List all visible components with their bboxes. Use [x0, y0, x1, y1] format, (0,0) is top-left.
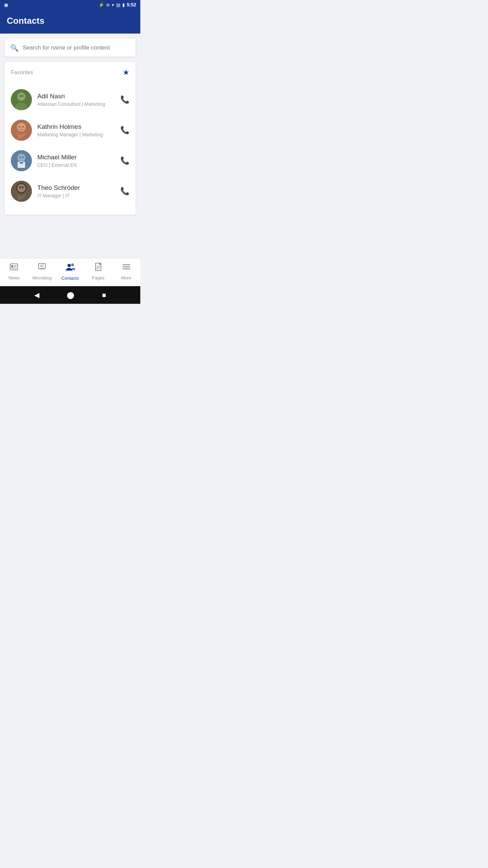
- more-icon: [122, 262, 131, 274]
- recents-button[interactable]: ■: [102, 291, 106, 299]
- page-title: Contacts: [7, 16, 44, 26]
- favorites-header: Favorites ★: [11, 68, 129, 77]
- svg-point-19: [22, 187, 24, 189]
- svg-point-7: [19, 126, 21, 128]
- pages-icon: [94, 262, 103, 274]
- android-nav: ◀ ⬤ ■: [0, 286, 140, 304]
- phone-icon-adil[interactable]: 📞: [120, 95, 129, 104]
- contact-name-theo: Theo Schröder: [37, 184, 118, 192]
- nav-item-more[interactable]: More: [112, 262, 140, 280]
- svg-point-30: [71, 263, 74, 266]
- contact-role-adil: Atlassian Consultant | Marketing: [37, 101, 118, 107]
- contact-info-kathrin: Kathrin Holmes Marketing Manager | Marke…: [37, 123, 118, 137]
- nav-item-microblog[interactable]: Microblog: [28, 262, 56, 280]
- phone-icon-kathrin[interactable]: 📞: [120, 126, 129, 135]
- nav-label-pages: Pages: [92, 275, 104, 280]
- avatar-michael: [11, 150, 32, 171]
- news-icon: [9, 262, 19, 274]
- wifi-icon: ▾: [112, 2, 114, 7]
- svg-point-10: [17, 154, 25, 162]
- avatar-adil: [11, 89, 32, 110]
- nav-label-microblog: Microblog: [33, 275, 52, 280]
- svg-rect-20: [19, 186, 24, 187]
- contact-item-michael[interactable]: Michael Miller CEO | External EN 📞: [11, 145, 129, 176]
- search-input[interactable]: [23, 44, 130, 51]
- contact-item-kathrin[interactable]: Kathrin Holmes Marketing Manager | Marke…: [11, 115, 129, 145]
- svg-point-13: [19, 157, 21, 158]
- app-icon: ▣: [4, 2, 8, 7]
- contact-role-kathrin: Marketing Manager | Marketing: [37, 132, 118, 137]
- nav-item-pages[interactable]: Pages: [84, 262, 112, 280]
- contact-info-adil: Adil Nasri Atlassian Consultant | Market…: [37, 93, 118, 107]
- svg-point-29: [67, 264, 71, 267]
- svg-point-3: [19, 95, 21, 97]
- avatar-theo: [11, 181, 32, 202]
- contact-name-adil: Adil Nasri: [37, 93, 118, 100]
- star-icon[interactable]: ★: [123, 68, 129, 77]
- favorites-card: Favorites ★ Adil Nasri Atlassian Consult…: [5, 62, 136, 215]
- status-bar-right: ⚡ ⊖ ▾ ▤ ▮ 5:52: [99, 2, 136, 7]
- app-bar: Contacts: [0, 9, 140, 34]
- contact-item-adil[interactable]: Adil Nasri Atlassian Consultant | Market…: [11, 84, 129, 115]
- nav-label-contacts: Contacts: [61, 276, 79, 281]
- microblog-icon: [37, 262, 47, 274]
- status-bar-left: ▣: [4, 2, 8, 7]
- svg-point-18: [19, 187, 21, 189]
- signal-icon: ▤: [116, 2, 120, 7]
- contact-item-theo[interactable]: Theo Schröder IT Manager | IT 📞: [11, 176, 129, 206]
- nav-item-news[interactable]: News: [0, 262, 28, 280]
- avatar-kathrin: [11, 120, 32, 141]
- nav-item-contacts[interactable]: Contacts: [56, 262, 84, 281]
- status-time: 5:52: [127, 2, 136, 7]
- svg-point-8: [22, 126, 24, 128]
- phone-icon-theo[interactable]: 📞: [120, 187, 129, 196]
- contact-name-michael: Michael Miller: [37, 154, 118, 161]
- contacts-icon: [65, 262, 75, 274]
- search-bar[interactable]: 🔍: [5, 39, 136, 57]
- contact-role-theo: IT Manager | IT: [37, 193, 118, 198]
- bottom-nav: News Microblog Contacts: [0, 258, 140, 286]
- svg-point-14: [22, 157, 24, 158]
- home-button[interactable]: ⬤: [67, 291, 74, 299]
- svg-point-16: [17, 184, 25, 192]
- nav-label-more: More: [121, 275, 131, 280]
- contact-role-michael: CEO | External EN: [37, 162, 118, 168]
- svg-point-4: [21, 95, 23, 97]
- back-button[interactable]: ◀: [34, 291, 39, 299]
- contact-name-kathrin: Kathrin Holmes: [37, 123, 118, 131]
- search-icon: 🔍: [10, 44, 19, 52]
- status-bar: ▣ ⚡ ⊖ ▾ ▤ ▮ 5:52: [0, 0, 140, 9]
- bluetooth-icon: ⚡: [99, 2, 104, 7]
- dnd-icon: ⊖: [106, 2, 110, 7]
- phone-icon-michael[interactable]: 📞: [120, 156, 129, 165]
- favorites-title: Favorites: [11, 70, 33, 76]
- battery-icon: ▮: [122, 2, 125, 7]
- contact-info-michael: Michael Miller CEO | External EN: [37, 154, 118, 168]
- svg-rect-12: [20, 162, 23, 163]
- contact-info-theo: Theo Schröder IT Manager | IT: [37, 184, 118, 198]
- svg-point-6: [17, 123, 26, 132]
- svg-rect-22: [11, 265, 13, 268]
- nav-label-news: News: [8, 275, 20, 280]
- svg-point-1: [17, 93, 25, 101]
